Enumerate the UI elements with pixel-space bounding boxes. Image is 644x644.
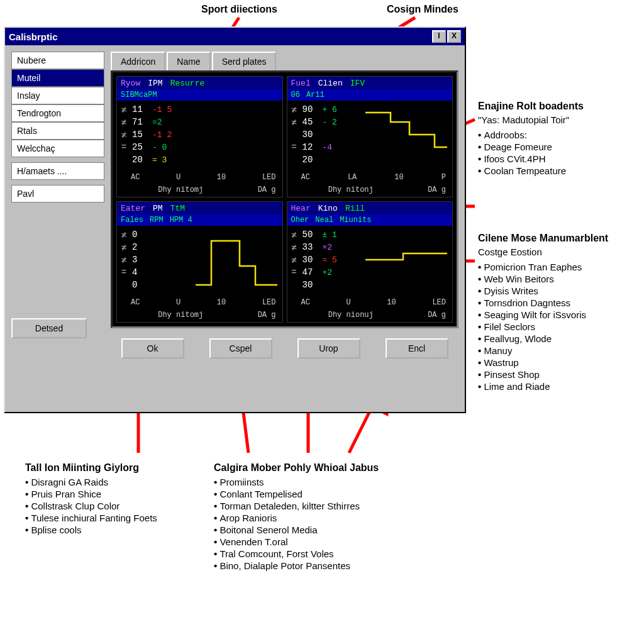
anno-item: Ifoos CVit.4PH — [478, 153, 641, 165]
window-title: Calisbrptic — [9, 31, 58, 42]
anno-sub: Costge Eostion — [478, 247, 643, 257]
anno-item: Conlant Tempelised — [214, 488, 453, 500]
anno-item: Bplise cools — [25, 524, 214, 536]
anno-item: Manuy — [478, 345, 643, 357]
gauge-1: FuelClienIFV06Ar11≭90+ 6≭45- 230=12-420A… — [287, 76, 453, 197]
dialog-button-urop[interactable]: Urop — [297, 338, 360, 358]
detailed-button[interactable]: Detsed — [11, 318, 87, 338]
dialog-button-encl[interactable]: Encl — [386, 338, 448, 358]
anno-item: Promiinsts — [214, 476, 453, 488]
anno-bottom-2: Calgira Mober Pohly Whioal Jabus Promiin… — [214, 462, 453, 572]
tab-1[interactable]: Name — [167, 52, 210, 70]
anno-item: Tral Comcount, Forst Voles — [214, 548, 453, 560]
anno-item: Coolan Tempeature — [478, 165, 641, 177]
anno-item: Collstrask Clup Color — [25, 500, 214, 512]
anno-item: Pruis Pran Shice — [25, 488, 214, 500]
sidebar: NubereMuteilInslayTendrogtonRtalsWelccha… — [11, 52, 104, 358]
anno-right-1: Enajine Rolt boadents "Yas: Madutopial T… — [478, 101, 641, 177]
anno-item: Filel Seclors — [478, 321, 643, 333]
anno-heading: Cilene Mose Manumarblent — [478, 233, 643, 244]
anno-item: Feallvug, Wlode — [478, 333, 643, 345]
anno-item: Addroobs: — [478, 129, 641, 141]
dialog-button-ok[interactable]: Ok — [121, 338, 184, 358]
dialog-buttons: OkCspelUropEncl — [111, 338, 458, 358]
anno-item: Dyisis Writes — [478, 285, 643, 297]
gauge-3: HearKinoRillOherNealMiunits≭50± 1≭33×2≭3… — [287, 201, 453, 323]
sidebar-item-3[interactable]: Tendrogton — [11, 104, 104, 122]
sidebar-item-7[interactable]: Pavl — [11, 185, 104, 203]
sidebar-item-0[interactable]: Nubere — [11, 52, 104, 69]
anno-item: Deage Fomeure — [478, 141, 641, 153]
anno-item: Tulese inchiural Fanting Foets — [25, 512, 214, 524]
anno-item: Disragni GA Raids — [25, 476, 214, 488]
anno-item: Torman Detaleden, kiltter Sthirres — [214, 500, 453, 512]
anno-item: Pomicrion Tran Eaphes — [478, 261, 643, 273]
anno-item: Web Win Beitors — [478, 273, 643, 285]
anno-item: Wastrup — [478, 357, 643, 369]
sidebar-item-2[interactable]: Inslay — [11, 87, 104, 104]
sidebar-item-5[interactable]: Welcchaç — [11, 140, 104, 157]
sidebar-item-6[interactable]: H/amaets .... — [11, 162, 104, 180]
tab-2[interactable]: Serd plates — [212, 52, 277, 70]
anno-heading: Calgira Mober Pohly Whioal Jabus — [214, 462, 453, 474]
anno-heading: Enajine Rolt boadents — [478, 101, 641, 112]
anno-item: Pinsest Shop — [478, 369, 643, 380]
anno-sub: "Yas: Madutopial Toir" — [478, 114, 641, 125]
close-button[interactable]: X — [447, 30, 461, 43]
minimize-button[interactable]: I — [432, 30, 446, 43]
anno-right-2: Cilene Mose Manumarblent Costge Eostion … — [478, 233, 643, 392]
anno-item: Lime and Riade — [478, 380, 643, 392]
anno-item: Boitonal Senerol Media — [214, 524, 453, 536]
tab-0[interactable]: Addricon — [111, 52, 165, 70]
anno-heading: Tall Ion Miinting Giylorg — [25, 462, 214, 474]
tabs: AddriconNameSerd plates — [111, 52, 458, 70]
gauge-panel: RyowIPMResurreSIBMcaPM≭11-1 5≭71=2≭15-1 … — [111, 70, 458, 328]
sidebar-item-1[interactable]: Muteil — [11, 69, 104, 87]
anno-item: Venenden T.oral — [214, 536, 453, 548]
gauge-0: RyowIPMResurreSIBMcaPM≭11-1 5≭71=2≭15-1 … — [116, 76, 283, 197]
anno-item: Tornsdrion Dagntess — [478, 297, 643, 309]
callout-top-1: Sport diiections — [201, 4, 277, 15]
anno-bottom-1: Tall Ion Miinting Giylorg Disragni GA Ra… — [25, 462, 214, 536]
dialog-button-cspel[interactable]: Cspel — [209, 338, 272, 358]
anno-item: Arop Ranioris — [214, 512, 453, 524]
sidebar-item-4[interactable]: Rtals — [11, 122, 104, 140]
dialog-window: Calisbrptic I X NubereMuteilInslayTendro… — [4, 26, 466, 413]
titlebar: Calisbrptic I X — [5, 28, 465, 45]
callout-top-2: Cosign Mindes — [387, 4, 458, 15]
anno-item: Seaging Wilt for iSsvoris — [478, 309, 643, 321]
gauge-2: EaterPMTtMFalesRPMHPM 4≭0≭2≭3=40ACU10LED… — [116, 201, 283, 323]
anno-item: Bino, Dialaple Potor Pansentes — [214, 560, 453, 572]
